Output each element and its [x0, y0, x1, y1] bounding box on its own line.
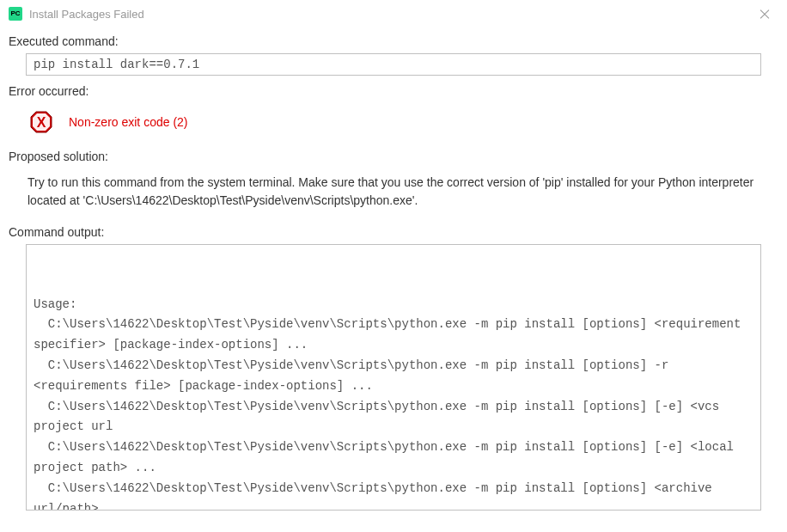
executed-command-box: pip install dark==0.7.1 [26, 53, 761, 76]
dialog-content: Executed command: pip install dark==0.7.… [0, 28, 787, 517]
title-bar: Install Packages Failed [0, 0, 787, 28]
command-output-box: Usage: C:\Users\14622\Desktop\Test\Pysid… [26, 244, 761, 511]
command-output-label: Command output: [9, 225, 778, 239]
window-title: Install Packages Failed [29, 8, 144, 21]
error-icon: X [29, 110, 53, 134]
proposed-solution-label: Proposed solution: [9, 150, 778, 163]
error-row: X Non-zero exit code (2) [9, 103, 778, 141]
pycharm-icon [9, 7, 22, 21]
error-occurred-label: Error occurred: [9, 84, 778, 98]
close-icon[interactable] [758, 7, 772, 21]
executed-command-label: Executed command: [9, 34, 778, 48]
svg-text:X: X [37, 115, 46, 130]
solution-text: Try to run this command from the system … [9, 168, 778, 217]
error-message: Non-zero exit code (2) [69, 115, 188, 129]
